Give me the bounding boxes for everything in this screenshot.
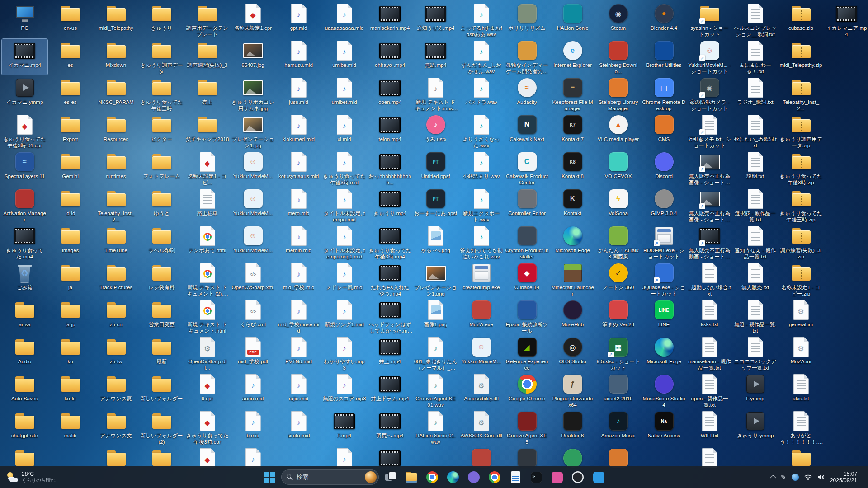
desktop-icon[interactable]: ksks.txt [687,298,732,334]
desktop-icon[interactable]: Google Chrome [504,372,550,408]
desktop-icon[interactable]: ♪gpt.mid [276,2,321,38]
desktop-icon[interactable]: 孤独なインディーゲーム開発者の一生... [504,39,550,75]
desktop-icon[interactable]: ◢GeForce Experience [504,335,550,371]
desktop-icon[interactable]: ●Blender 4.4 [641,2,687,38]
desktop-icon[interactable]: ◆名称未設定1.cpr [230,2,276,38]
desktop-icon[interactable]: ♪ずんだもん_しおかぜふ.wav [458,39,504,75]
desktop-icon[interactable]: ゆうと [139,187,184,223]
desktop-icon[interactable]: ↗HDDFMT.exe - ショートカット [641,224,687,260]
desktop-icon[interactable]: ♪HALion Sonic 01.wav [413,409,458,446]
desktop-icon[interactable]: NCakewalk Next [504,113,550,149]
wifi-icon[interactable] [804,474,812,480]
desktop-icon[interactable]: 新規 テキスト ドキュメント (2).html [184,261,230,297]
desktop-icon[interactable]: ↗無人販売不正行為動画 - ショートカット [687,224,732,260]
desktop-icon[interactable]: PC [2,2,47,38]
desktop-icon[interactable]: _起動しない場合.txt [687,261,732,297]
desktop-icon[interactable]: ラジオ_歌詞.txt [732,76,778,112]
desktop-icon[interactable]: akis.txt [778,372,824,408]
desktop-icon[interactable]: 説明.txt [732,150,778,186]
desktop-icon[interactable]: ⚙AWSSDK.Core.dll [458,409,504,446]
desktop-icon[interactable]: midi_Telepathy.zip [778,39,824,75]
start-button[interactable] [260,468,278,486]
desktop-icon[interactable]: 調声用データテンプレート [184,2,230,38]
desktop-icon[interactable]: ♪新規ソング1.mid [321,298,367,334]
desktop-icon[interactable]: おっhhhhhhhhhhhh... [367,150,413,186]
desktop-icon[interactable]: ◉↗家の防犯カメラ - ショートカット [687,76,732,112]
desktop-icon[interactable]: まにまにわーる！.txt [732,39,778,75]
desktop-icon[interactable]: 選択肢 - 親作品一覧.txt [732,187,778,223]
desktop-icon[interactable]: イカレマニア.mp4 [824,2,868,38]
desktop-icon[interactable]: PTおーまーにあ.ppsf [413,187,458,223]
desktop-icon[interactable]: きゅうり調声用データ.zip [778,113,824,149]
desktop-icon[interactable]: 通知うぜえ - 親作品一覧.txt [732,224,778,260]
desktop-icon[interactable]: midi_Telepathy [93,2,139,38]
desktop-icon[interactable]: かんたん！AITalk 3 関西風 [595,224,641,260]
desktop-icon[interactable]: Gemini [47,150,93,186]
desktop-icon[interactable]: NaNative Access [641,409,687,446]
desktop-icon[interactable]: きゅうり.ymmp [732,409,778,446]
desktop-icon[interactable]: 売上 [184,76,230,112]
desktop-icon[interactable]: 画像1.png [413,298,458,334]
desktop-icon[interactable]: 通知うぜえ.mp4 [413,2,458,38]
desktop-icon[interactable]: ◆名称未設定1 - コピ... [184,150,230,186]
desktop-icon[interactable]: イカマニ.ymmp [2,76,47,112]
desktop-icon[interactable]: ko [47,335,93,371]
desktop-icon[interactable]: ♪Groove Agent SE 01.wav [413,372,458,408]
clock[interactable]: 15:07 2025/09/21 [830,471,857,483]
desktop-icon[interactable]: ♪うみ.ustx [413,113,458,149]
desktop-icon[interactable]: en-us [47,2,93,38]
desktop-icon[interactable]: </>OpenCvSharp.xml [230,261,276,297]
desktop-icon[interactable]: ☺YukkuriMovieM... [230,224,276,260]
desktop-icon[interactable]: eInternet Explorer [550,39,595,75]
desktop-icon[interactable]: ♪Amazon Music [595,409,641,446]
desktop-icon[interactable]: ☺↗YukkuriMovieM... - ショートカット [687,39,732,75]
taskbar-chrome-window-2[interactable] [486,468,504,486]
desktop-icon[interactable]: 名称未設定1 - コピー.zip [778,261,824,297]
desktop-icon[interactable]: ↗無人販売不正行為画像 - ショートカット [687,187,732,223]
tray-app-icon[interactable] [792,474,799,481]
desktop-icon[interactable]: ≈Audacity [504,76,550,112]
desktop-icon[interactable]: 羽尻へ.mp4 [367,409,413,446]
desktop-icon[interactable]: ♪PVTNd.mid [276,335,321,371]
desktop-icon[interactable]: きゅうり食ってた.mp4 [2,224,47,260]
desktop-icon[interactable]: </>くらび.xml [230,298,276,334]
desktop-icon[interactable]: TimeTune [93,224,139,260]
desktop-icon[interactable]: きゅうり食ってた午後3時.mp4 [367,224,413,260]
taskbar-terminal[interactable] [527,468,545,486]
desktop-icon[interactable]: ◆Cubase 14 [504,261,550,297]
desktop-icon[interactable]: 井上ドラム.mp4 [367,372,413,408]
desktop-icon[interactable]: 新しいフォルダー (2) [139,409,184,446]
desktop-icon[interactable]: ≈SpectraLayers 11 [2,150,47,186]
desktop-icon[interactable]: mid_学校.pdf [230,335,276,371]
search-box[interactable]: 検索 [281,469,379,485]
desktop-icon[interactable]: ♪hamusu.mid [276,39,321,75]
desktop-icon[interactable]: manisekarin - 親作品一覧.txt [687,335,732,371]
desktop-icon[interactable]: ♪meroin.mid [276,224,321,260]
desktop-icon[interactable]: ♪sirofo.mid [276,409,321,446]
desktop-icon[interactable]: ♪umibet.mid [321,76,367,112]
desktop-icon[interactable]: ◆9.cpr [184,372,230,408]
desktop-icon[interactable]: ♪こってるhすまおfdsbああ.wav [458,2,504,38]
desktop-icon[interactable]: runtimes [93,150,139,186]
desktop-icon[interactable]: MuseHub [550,298,595,334]
desktop-icon[interactable]: ラベル印刷 [139,224,184,260]
desktop-icon[interactable]: chatgpt-site [2,409,47,446]
taskbar-document-app[interactable] [506,468,524,486]
desktop-icon[interactable]: ♪b.mid [230,409,276,446]
desktop-icon[interactable]: ポリリリリズム [504,2,550,38]
desktop-icon[interactable]: MuseScore Studio 4 [641,372,687,408]
desktop-icon[interactable]: Epson 接続診断ツール [504,298,550,334]
desktop-icon[interactable]: 調声練習(失敗)_3 [184,39,230,75]
desktop-icon[interactable]: HALion Sonic [550,2,595,38]
desktop-icon[interactable]: GIMP 3.0.4 [641,187,687,223]
desktop-icon[interactable]: 新規 テキスト ドキュメント.html [184,298,230,334]
taskbar-dark-media-app[interactable] [569,468,587,486]
desktop-icon[interactable]: 筆まめ Ver.28 [595,298,641,334]
desktop-icon[interactable]: 65407.jpg [230,39,276,75]
desktop-icon[interactable]: ♪タイトル未設定, tempo.orig1.mid [321,224,367,260]
desktop-icon[interactable]: zh-tw [93,335,139,371]
desktop-icon[interactable]: ⚙general.ini [778,298,824,334]
desktop-icon[interactable]: ありがとう！！！！！！.txt [778,409,824,446]
desktop-icon[interactable]: NKSC_PARAM [93,76,139,112]
desktop-icon[interactable]: Microsoft Edge [641,335,687,371]
